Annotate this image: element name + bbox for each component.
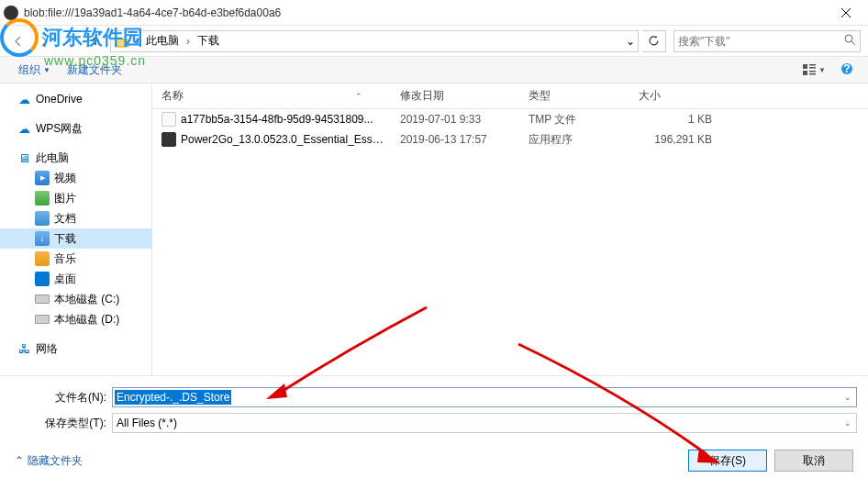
file-row[interactable]: a177bb5a-3154-48fb-95d9-94531809... 2019… [152,109,868,129]
file-row[interactable]: Power2Go_13.0.0523.0_Essential_Esse... 2… [152,129,868,150]
file-icon [161,112,176,127]
svg-rect-5 [809,71,816,72]
svg-rect-6 [809,73,816,75]
network-icon: 🖧 [17,341,31,356]
document-icon [35,211,50,226]
file-type: TMP 文件 [519,112,629,128]
file-date: 2019-06-13 17:57 [391,133,519,146]
refresh-button[interactable] [642,30,666,52]
chevron-down-icon[interactable]: ⌄ [840,393,856,402]
sidebar-documents[interactable]: 文档 [0,208,151,228]
sidebar: ☁OneDrive ☁WPS网盘 🖥此电脑 视频 图片 文档 下载 音乐 桌面 … [0,83,152,375]
pc-icon: 🖥 [17,150,31,165]
filename-label: 文件名(N): [11,390,112,406]
desktop-icon [35,272,50,286]
svg-rect-4 [803,71,807,75]
crumb-thispc[interactable]: 此电脑 [140,31,184,51]
chevron-up-icon: ⌃ [15,454,24,467]
chevron-right-icon[interactable]: › [133,35,140,48]
column-name[interactable]: 名称⌃ [152,83,391,108]
app-icon [4,6,18,20]
nav-up-button[interactable] [84,30,106,52]
column-size[interactable]: 大小 [629,83,721,108]
folder-icon [113,32,131,50]
svg-point-0 [845,35,852,42]
help-button[interactable]: ? [837,59,857,82]
breadcrumb[interactable]: › 此电脑 › 下载 ⌄ [110,30,639,52]
sort-asc-icon: ⌃ [355,92,362,101]
chevron-down-icon[interactable]: ⌄ [840,418,856,428]
save-button[interactable]: 保存(S) [688,450,767,472]
file-name: a177bb5a-3154-48fb-95d9-94531809... [181,113,391,126]
filetype-label: 保存类型(T): [11,416,112,431]
svg-rect-1 [803,64,807,69]
filetype-value: All Files (*.*) [113,417,181,429]
filename-input[interactable]: Encrypted-._.DS_Store [115,390,231,405]
column-type[interactable]: 类型 [519,83,629,108]
cancel-button[interactable]: 取消 [774,450,853,472]
sidebar-disk-d[interactable]: 本地磁盘 (D:) [0,309,151,329]
new-folder-button[interactable]: 新建文件夹 [60,59,129,82]
hide-folders-toggle[interactable]: ⌃ 隐藏文件夹 [15,453,83,469]
filename-combo[interactable]: Encrypted-._.DS_Store ⌄ [112,387,857,407]
sidebar-videos[interactable]: 视频 [0,168,151,188]
search-box[interactable] [673,30,861,52]
music-icon [35,251,50,266]
crumb-downloads[interactable]: 下载 [192,31,225,51]
file-list-header: 名称⌃ 修改日期 类型 大小 [152,83,868,109]
cloud-icon: ☁ [17,92,31,106]
video-icon [35,171,50,185]
nav-recent-dropdown[interactable]: ▼ [59,30,81,52]
search-icon[interactable] [844,34,856,49]
window-title: blob:file:///19a39ad1-4a64-4ce7-b64d-e3b… [24,6,828,19]
download-icon [35,231,50,246]
nav-forward-button[interactable] [33,30,55,52]
disk-icon [35,292,50,306]
svg-rect-3 [809,67,816,69]
sidebar-music[interactable]: 音乐 [0,249,151,269]
nav-back-button[interactable] [7,30,29,52]
svg-rect-2 [809,64,816,66]
sidebar-wps[interactable]: ☁WPS网盘 [0,118,151,139]
sidebar-onedrive[interactable]: ☁OneDrive [0,89,151,109]
file-size: 196,291 KB [629,133,721,146]
sidebar-pictures[interactable]: 图片 [0,188,151,208]
breadcrumb-history-dropdown[interactable]: ⌄ [621,35,638,48]
chevron-right-icon[interactable]: › [184,35,192,48]
sidebar-desktop[interactable]: 桌面 [0,269,151,289]
column-date[interactable]: 修改日期 [391,83,519,108]
file-date: 2019-07-01 9:33 [391,113,519,126]
sidebar-thispc[interactable]: 🖥此电脑 [0,148,151,168]
file-list: 名称⌃ 修改日期 类型 大小 a177bb5a-3154-48fb-95d9-9… [152,83,868,375]
file-type: 应用程序 [519,132,629,148]
file-size: 1 KB [629,113,721,126]
sidebar-disk-c[interactable]: 本地磁盘 (C:) [0,289,151,309]
file-icon [161,132,176,147]
filetype-combo[interactable]: All Files (*.*) ⌄ [112,413,857,433]
sidebar-downloads[interactable]: 下载 [0,228,151,249]
organize-button[interactable]: 组织▼ [11,59,58,82]
sidebar-network[interactable]: 🖧网络 [0,339,151,359]
svg-text:?: ? [843,62,850,75]
view-options-button[interactable]: ▼ [799,59,829,82]
file-name: Power2Go_13.0.0523.0_Essential_Esse... [181,133,391,146]
picture-icon [35,191,50,206]
cloud-icon: ☁ [17,121,31,136]
close-button[interactable] [828,0,864,25]
disk-icon [35,312,50,327]
search-input[interactable] [678,35,844,48]
